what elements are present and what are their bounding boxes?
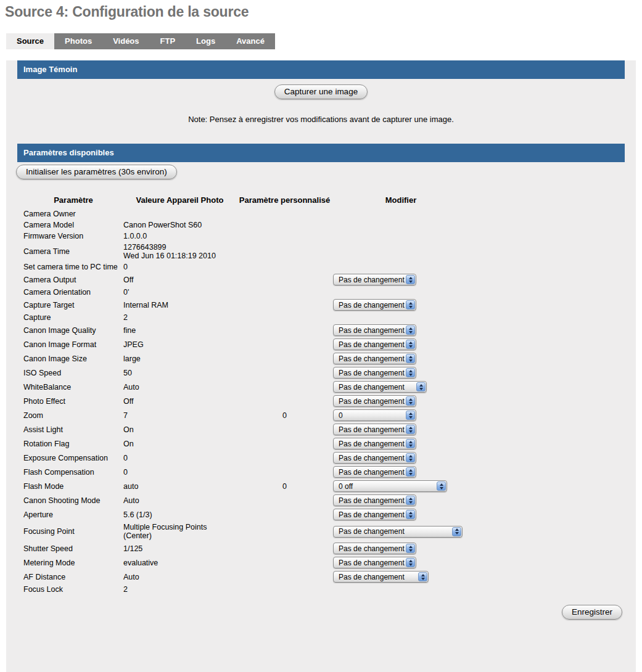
arrow-up-icon	[409, 342, 413, 344]
camera-value: 0'	[123, 287, 236, 298]
modifier-select[interactable]: Pas de changement	[333, 494, 416, 506]
modifier-select[interactable]: Pas de changement	[333, 274, 416, 285]
camera-value: Off	[123, 272, 236, 287]
select-stepper-icon[interactable]	[406, 326, 415, 335]
modifier-select[interactable]: Pas de changement	[333, 571, 429, 583]
select-stepper-icon[interactable]	[406, 411, 415, 420]
modifier-select[interactable]: Pas de changement	[333, 452, 416, 464]
camera-value: 5.6 (1/3)	[123, 507, 236, 522]
tab-logs[interactable]: Logs	[186, 33, 226, 49]
select-stepper-icon[interactable]	[406, 300, 415, 309]
modifier-cell: 0 off	[333, 479, 469, 493]
camera-value: On	[123, 436, 236, 451]
tab-vidéos[interactable]: Vidéos	[102, 33, 149, 49]
custom-value	[236, 380, 333, 394]
camera-value: Auto	[123, 493, 236, 507]
save-button[interactable]: Enregistrer	[562, 605, 622, 620]
table-row: Set camera time to PC time0	[23, 261, 469, 272]
arrow-up-icon	[409, 560, 413, 562]
select-stepper-icon[interactable]	[406, 467, 415, 477]
parameter-name: Camera Orientation	[23, 287, 123, 298]
tab-source[interactable]: Source	[6, 33, 54, 49]
select-stepper-icon[interactable]	[406, 439, 415, 448]
modifier-cell	[333, 242, 469, 261]
arrow-up-icon	[455, 528, 459, 531]
modifier-select[interactable]: Pas de changement	[333, 367, 416, 379]
parameter-name: WhiteBalance	[23, 380, 123, 394]
modifier-select[interactable]: Pas de changement	[333, 424, 416, 435]
camera-value: auto	[123, 479, 236, 493]
modifier-select[interactable]: Pas de changement	[333, 381, 427, 393]
parameter-name: Canon Image Format	[23, 337, 123, 351]
modifier-select[interactable]: Pas de changement	[333, 466, 416, 478]
select-stepper-icon[interactable]	[406, 368, 415, 377]
select-stepper-icon[interactable]	[437, 481, 446, 491]
modifier-select-label: Pas de changement	[339, 454, 405, 462]
parameter-name: Flash Compensation	[23, 465, 123, 479]
select-stepper-icon[interactable]	[406, 275, 415, 284]
parameter-name: Flash Mode	[23, 479, 123, 493]
init-row: Initialiser les paramètres (30s environ)	[16, 165, 636, 179]
select-stepper-icon[interactable]	[416, 382, 426, 391]
modifier-cell: Pas de changement	[333, 380, 469, 394]
modifier-select-label: Pas de changement	[339, 496, 405, 505]
select-stepper-icon[interactable]	[406, 544, 415, 553]
select-stepper-icon[interactable]	[406, 396, 415, 406]
modifier-select-label: Pas de changement	[339, 440, 405, 448]
modifier-select-label: Pas de changement	[339, 527, 405, 536]
modifier-select[interactable]: Pas de changement	[333, 438, 416, 449]
arrow-down-icon	[409, 331, 413, 334]
tab-photos[interactable]: Photos	[54, 33, 102, 49]
modifier-select[interactable]: Pas de changement	[333, 543, 416, 554]
arrow-down-icon	[409, 402, 413, 404]
table-row: Photo EffectOffPas de changement	[23, 394, 469, 408]
tab-ftp[interactable]: FTP	[150, 33, 186, 49]
modifier-select[interactable]: 0	[333, 409, 416, 421]
column-header: Paramètre personnalisé	[236, 193, 333, 208]
select-stepper-icon[interactable]	[406, 354, 415, 363]
table-row: Camera Time1276643899Wed Jun 16 01:18:19…	[23, 242, 469, 261]
camera-value: Off	[123, 394, 236, 408]
modifier-select[interactable]: Pas de changement	[333, 299, 416, 311]
custom-value	[236, 208, 333, 219]
tab-avancé[interactable]: Avancé	[226, 33, 275, 49]
select-stepper-icon[interactable]	[406, 510, 415, 519]
modifier-select[interactable]: 0 off	[333, 480, 447, 492]
select-stepper-icon[interactable]	[406, 453, 415, 462]
modifier-select[interactable]: Pas de changement	[333, 509, 416, 520]
custom-value	[236, 555, 333, 570]
camera-value: 7	[123, 408, 236, 422]
camera-value: 1.0.0.0	[123, 231, 236, 242]
custom-value	[236, 231, 333, 242]
modifier-select-label: Pas de changement	[339, 326, 405, 335]
arrow-up-icon	[421, 574, 425, 576]
capture-image-button[interactable]: Capturer une image	[274, 84, 368, 99]
custom-value	[236, 493, 333, 507]
select-stepper-icon[interactable]	[452, 527, 461, 536]
select-stepper-icon[interactable]	[406, 425, 415, 434]
init-parameters-button[interactable]: Initialiser les paramètres (30s environ)	[16, 165, 177, 179]
custom-value: 0	[236, 408, 333, 422]
modifier-select[interactable]: Pas de changement	[333, 395, 416, 407]
parameter-name: Capture Target	[23, 298, 123, 312]
modifier-select[interactable]: Pas de changement	[333, 353, 416, 364]
modifier-select[interactable]: Pas de changement	[333, 557, 416, 568]
column-header: Modifier	[333, 193, 469, 208]
table-row: Metering ModeevaluativePas de changement	[23, 555, 469, 570]
arrow-down-icon	[409, 515, 413, 518]
custom-value	[236, 522, 333, 541]
modifier-select[interactable]: Pas de changement	[333, 324, 416, 336]
parameters-table: ParamètreValeure Appareil PhotoParamètre…	[23, 193, 469, 595]
select-stepper-icon[interactable]	[406, 496, 415, 505]
select-stepper-icon[interactable]	[406, 340, 415, 349]
select-stepper-icon[interactable]	[418, 572, 427, 581]
modifier-select-label: Pas de changement	[339, 276, 405, 284]
modifier-select[interactable]: Pas de changement	[333, 338, 416, 350]
select-stepper-icon[interactable]	[406, 558, 415, 567]
modifier-cell: Pas de changement	[333, 337, 469, 351]
camera-value: 2	[123, 312, 236, 323]
table-row: ISO Speed50Pas de changement	[23, 366, 469, 380]
arrow-up-icon	[409, 370, 413, 372]
modifier-select-label: Pas de changement	[339, 573, 405, 581]
modifier-select[interactable]: Pas de changement	[333, 526, 463, 538]
